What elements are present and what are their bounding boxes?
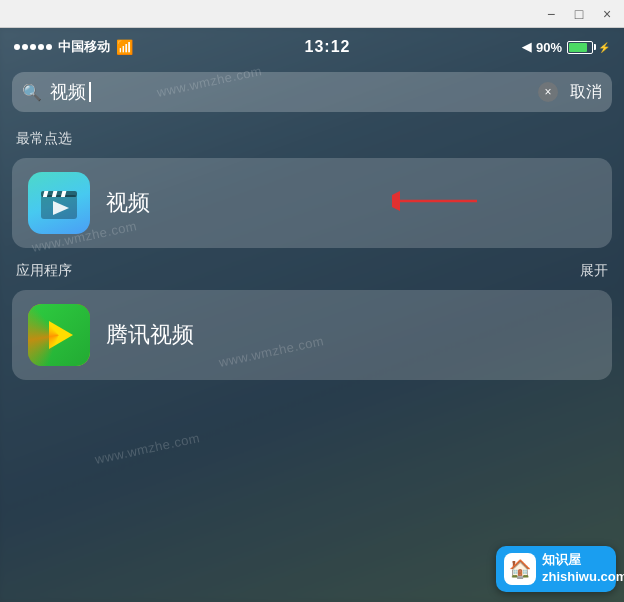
video-app-icon xyxy=(28,172,90,234)
tencent-icon-inner xyxy=(28,304,90,366)
search-text: 视频 xyxy=(50,80,86,104)
close-button[interactable]: × xyxy=(598,5,616,23)
apps-section-label: 应用程序 xyxy=(16,262,72,280)
cancel-button[interactable]: 取消 xyxy=(566,82,602,103)
tencent-app-name: 腾讯视频 xyxy=(106,320,194,350)
logo-badge: 🏠 知识屋 zhishiwu.com xyxy=(496,546,616,592)
search-query[interactable]: 视频 xyxy=(50,80,530,104)
tencent-swoosh xyxy=(28,304,90,366)
status-time: 13:12 xyxy=(305,38,351,56)
frequent-section-label: 最常点选 xyxy=(0,118,624,154)
video-app-card[interactable]: 视频 xyxy=(12,158,612,248)
signal-dot-3 xyxy=(30,44,36,50)
logo-name: 知识屋 xyxy=(542,552,581,567)
logo-url: zhishiwu.com xyxy=(542,569,624,584)
battery-container xyxy=(567,41,593,54)
minimize-button[interactable]: − xyxy=(542,5,560,23)
status-bar: 中国移动 📶 13:12 ◀ 90% ⚡ xyxy=(0,28,624,66)
tencent-app-card[interactable]: 腾讯视频 xyxy=(12,290,612,380)
signal-dot-1 xyxy=(14,44,20,50)
arrow-indicator xyxy=(392,187,482,219)
location-icon: ◀ xyxy=(522,40,531,54)
search-bar[interactable]: 🔍 视频 × 取消 xyxy=(12,72,612,112)
signal-dot-2 xyxy=(22,44,28,50)
logo-icon: 🏠 xyxy=(504,553,536,585)
expand-button[interactable]: 展开 xyxy=(580,262,608,280)
status-right: ◀ 90% ⚡ xyxy=(522,40,610,55)
text-cursor xyxy=(89,82,91,102)
signal-dot-5 xyxy=(46,44,52,50)
battery-fill xyxy=(569,43,587,52)
tencent-app-icon xyxy=(28,304,90,366)
apps-section-row: 应用程序 展开 xyxy=(0,252,624,286)
clapper-svg xyxy=(39,185,79,221)
window-chrome: − □ × xyxy=(0,0,624,28)
video-app-name: 视频 xyxy=(106,188,150,218)
signal-dots xyxy=(14,44,52,50)
bolt-icon: ⚡ xyxy=(598,42,610,53)
status-left: 中国移动 📶 xyxy=(14,38,133,56)
maximize-button[interactable]: □ xyxy=(570,5,588,23)
wifi-icon: 📶 xyxy=(116,39,133,55)
clear-button[interactable]: × xyxy=(538,82,558,102)
battery-pct: 90% xyxy=(536,40,562,55)
search-icon: 🔍 xyxy=(22,83,42,102)
phone-container: www.wmzhe.com www.wmzhe.com www.wmzhe.co… xyxy=(0,28,624,602)
carrier-label: 中国移动 xyxy=(58,38,110,56)
battery-box xyxy=(567,41,593,54)
signal-dot-4 xyxy=(38,44,44,50)
logo-text: 知识屋 zhishiwu.com xyxy=(542,552,624,586)
